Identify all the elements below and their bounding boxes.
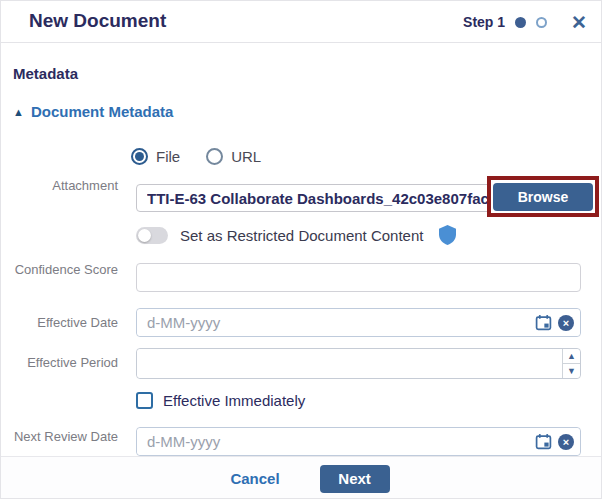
next-review-date-field: × (136, 427, 581, 456)
period-spinner: ▲ ▼ (562, 349, 580, 378)
spinner-down-icon[interactable]: ▼ (563, 364, 580, 378)
clear-icon[interactable]: × (558, 434, 574, 450)
file-radio-label: File (156, 148, 180, 165)
restricted-toggle-row: Set as Restricted Document Content (136, 225, 456, 245)
confidence-score-input[interactable] (136, 263, 581, 292)
dialog-title: New Document (29, 10, 166, 32)
document-metadata-section-toggle[interactable]: ▲ Document Metadata (13, 103, 173, 120)
next-review-date-label: Next Review Date (1, 429, 118, 444)
close-icon[interactable]: ✕ (571, 13, 587, 32)
file-radio[interactable]: File (131, 148, 180, 165)
dialog-header: New Document Step 1 ✕ (1, 1, 601, 43)
confidence-score-label: Confidence Score (1, 262, 118, 277)
checkbox-icon (136, 392, 153, 409)
attachment-type-radio-group: File URL (131, 148, 261, 165)
step-2-dot-icon (536, 17, 547, 28)
effective-immediately-checkbox[interactable]: Effective Immediately (136, 392, 305, 409)
effective-period-field: ▲ ▼ (136, 348, 581, 379)
effective-period-input[interactable] (137, 349, 580, 378)
next-button[interactable]: Next (320, 465, 390, 493)
browse-button[interactable]: Browse (493, 183, 593, 211)
collapse-icon: ▲ (13, 106, 24, 118)
calendar-icon[interactable] (535, 314, 552, 335)
dialog-footer: Cancel Next (1, 456, 601, 499)
calendar-icon[interactable] (535, 433, 552, 454)
radio-unselected-icon (206, 148, 223, 165)
browse-button-highlight: Browse (487, 176, 599, 217)
effective-date-input[interactable] (137, 309, 580, 336)
effective-period-label: Effective Period (1, 355, 118, 370)
toggle-knob (138, 229, 151, 242)
step-indicator-label: Step 1 (463, 14, 505, 30)
step-indicator: Step 1 ✕ (463, 1, 587, 43)
spinner-up-icon[interactable]: ▲ (563, 349, 580, 364)
url-radio-label: URL (231, 148, 261, 165)
clear-icon[interactable]: × (558, 315, 574, 331)
metadata-section-heading: Metadata (13, 65, 78, 82)
radio-selected-icon (131, 148, 148, 165)
effective-date-field: × (136, 308, 581, 337)
restricted-toggle-label: Set as Restricted Document Content (180, 227, 423, 244)
effective-date-label: Effective Date (1, 315, 118, 330)
url-radio[interactable]: URL (206, 148, 261, 165)
cancel-button[interactable]: Cancel (230, 470, 279, 487)
step-1-dot-icon (515, 17, 526, 28)
new-document-dialog: New Document Step 1 ✕ Metadata ▲ Documen… (0, 0, 602, 499)
document-metadata-heading-label: Document Metadata (31, 103, 174, 120)
next-review-date-input[interactable] (137, 428, 580, 455)
shield-icon (439, 225, 456, 245)
effective-immediately-label: Effective Immediately (163, 392, 305, 409)
restricted-toggle[interactable] (136, 227, 168, 244)
attachment-label: Attachment (1, 178, 118, 193)
